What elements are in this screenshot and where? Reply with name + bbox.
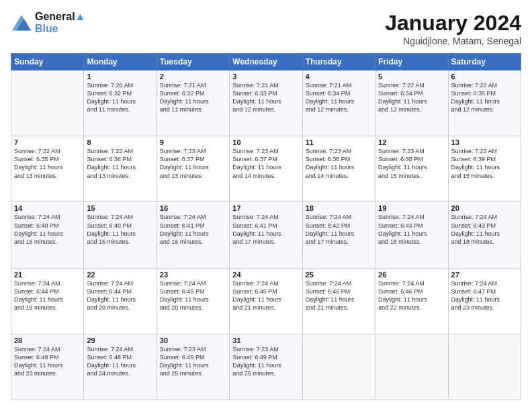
day-number: 2 [160,73,226,81]
calendar-header-row: SundayMondayTuesdayWednesdayThursdayFrid… [11,54,521,71]
day-info: Sunrise: 7:23 AM Sunset: 6:49 PM Dayligh… [232,345,299,378]
day-header-tuesday: Tuesday [157,54,229,71]
day-number: 16 [160,204,226,212]
location: Nguidjlone, Matam, Senegal [385,36,521,46]
calendar-cell: 12Sunrise: 7:23 AM Sunset: 6:38 PM Dayli… [375,136,448,202]
calendar-cell [11,71,84,136]
day-number: 21 [14,271,81,279]
day-number: 25 [306,271,372,279]
day-header-monday: Monday [84,54,157,71]
day-info: Sunrise: 7:24 AM Sunset: 6:45 PM Dayligh… [160,279,226,312]
day-header-sunday: Sunday [11,54,84,71]
day-info: Sunrise: 7:24 AM Sunset: 6:46 PM Dayligh… [378,279,445,312]
day-info: Sunrise: 7:24 AM Sunset: 6:43 PM Dayligh… [378,213,445,246]
day-number: 31 [232,336,299,345]
calendar-cell: 23Sunrise: 7:24 AM Sunset: 6:45 PM Dayli… [157,268,229,334]
day-info: Sunrise: 7:24 AM Sunset: 6:40 PM Dayligh… [14,213,81,246]
calendar-cell: 2Sunrise: 7:21 AM Sunset: 6:32 PM Daylig… [157,71,229,136]
day-number: 17 [232,204,299,212]
day-number: 24 [232,271,299,279]
day-number: 11 [306,138,372,146]
day-info: Sunrise: 7:22 AM Sunset: 6:35 PM Dayligh… [14,147,81,180]
day-info: Sunrise: 7:24 AM Sunset: 6:42 PM Dayligh… [306,213,372,246]
calendar-cell: 15Sunrise: 7:24 AM Sunset: 6:40 PM Dayli… [84,202,157,268]
calendar-cell: 9Sunrise: 7:23 AM Sunset: 6:37 PM Daylig… [157,136,229,202]
day-info: Sunrise: 7:23 AM Sunset: 6:49 PM Dayligh… [160,345,226,378]
calendar-cell: 30Sunrise: 7:23 AM Sunset: 6:49 PM Dayli… [157,334,229,400]
calendar-cell: 17Sunrise: 7:24 AM Sunset: 6:41 PM Dayli… [230,202,302,268]
day-info: Sunrise: 7:20 AM Sunset: 6:32 PM Dayligh… [87,81,153,114]
day-info: Sunrise: 7:22 AM Sunset: 6:34 PM Dayligh… [378,81,445,114]
page: General▲ Blue January 2024 Nguidjlone, M… [0,0,532,411]
logo: General▲ Blue [11,11,85,35]
day-info: Sunrise: 7:23 AM Sunset: 6:37 PM Dayligh… [160,147,226,180]
day-info: Sunrise: 7:22 AM Sunset: 6:36 PM Dayligh… [87,147,153,180]
calendar-cell: 6Sunrise: 7:22 AM Sunset: 6:35 PM Daylig… [448,71,521,136]
day-number: 8 [87,138,153,146]
day-number: 12 [378,138,445,146]
calendar-cell [375,334,448,400]
calendar-cell: 10Sunrise: 7:23 AM Sunset: 6:37 PM Dayli… [230,136,302,202]
day-info: Sunrise: 7:24 AM Sunset: 6:47 PM Dayligh… [451,279,518,312]
day-info: Sunrise: 7:24 AM Sunset: 6:48 PM Dayligh… [14,345,81,378]
calendar-cell: 28Sunrise: 7:24 AM Sunset: 6:48 PM Dayli… [11,334,84,400]
week-row-4: 21Sunrise: 7:24 AM Sunset: 6:44 PM Dayli… [11,268,521,334]
day-info: Sunrise: 7:24 AM Sunset: 6:41 PM Dayligh… [232,213,299,246]
day-number: 15 [87,204,153,212]
day-number: 6 [451,73,518,81]
week-row-3: 14Sunrise: 7:24 AM Sunset: 6:40 PM Dayli… [11,202,521,268]
day-number: 5 [378,73,445,81]
calendar-cell: 11Sunrise: 7:23 AM Sunset: 6:38 PM Dayli… [302,136,375,202]
calendar-cell [448,334,521,400]
calendar-cell: 19Sunrise: 7:24 AM Sunset: 6:43 PM Dayli… [375,202,448,268]
day-number: 27 [451,271,518,279]
calendar-cell: 26Sunrise: 7:24 AM Sunset: 6:46 PM Dayli… [375,268,448,334]
logo-icon [11,13,32,32]
day-number: 7 [14,138,81,146]
day-info: Sunrise: 7:21 AM Sunset: 6:32 PM Dayligh… [160,81,226,114]
calendar-cell: 13Sunrise: 7:23 AM Sunset: 6:39 PM Dayli… [448,136,521,202]
day-info: Sunrise: 7:21 AM Sunset: 6:34 PM Dayligh… [306,81,372,114]
calendar-cell: 4Sunrise: 7:21 AM Sunset: 6:34 PM Daylig… [302,71,375,136]
calendar-cell [302,334,375,400]
calendar-cell: 7Sunrise: 7:22 AM Sunset: 6:35 PM Daylig… [11,136,84,202]
day-info: Sunrise: 7:23 AM Sunset: 6:38 PM Dayligh… [378,147,445,180]
week-row-2: 7Sunrise: 7:22 AM Sunset: 6:35 PM Daylig… [11,136,521,202]
day-number: 4 [306,73,372,81]
day-info: Sunrise: 7:24 AM Sunset: 6:44 PM Dayligh… [14,279,81,312]
day-number: 23 [160,271,226,279]
day-number: 22 [87,271,153,279]
day-number: 14 [14,204,81,212]
calendar-cell: 1Sunrise: 7:20 AM Sunset: 6:32 PM Daylig… [84,71,157,136]
calendar-cell: 27Sunrise: 7:24 AM Sunset: 6:47 PM Dayli… [448,268,521,334]
day-info: Sunrise: 7:24 AM Sunset: 6:41 PM Dayligh… [160,213,226,246]
calendar-cell: 25Sunrise: 7:24 AM Sunset: 6:46 PM Dayli… [302,268,375,334]
day-number: 9 [160,138,226,146]
day-info: Sunrise: 7:22 AM Sunset: 6:35 PM Dayligh… [451,81,518,114]
day-info: Sunrise: 7:24 AM Sunset: 6:43 PM Dayligh… [451,213,518,246]
day-info: Sunrise: 7:23 AM Sunset: 6:38 PM Dayligh… [306,147,372,180]
day-number: 10 [232,138,299,146]
calendar-cell: 16Sunrise: 7:24 AM Sunset: 6:41 PM Dayli… [157,202,229,268]
calendar-cell: 24Sunrise: 7:24 AM Sunset: 6:45 PM Dayli… [230,268,302,334]
day-number: 19 [378,204,445,212]
day-info: Sunrise: 7:24 AM Sunset: 6:46 PM Dayligh… [306,279,372,312]
day-info: Sunrise: 7:23 AM Sunset: 6:37 PM Dayligh… [232,147,299,180]
day-number: 20 [451,204,518,212]
day-number: 26 [378,271,445,279]
calendar-table: SundayMondayTuesdayWednesdayThursdayFrid… [11,53,521,400]
day-number: 1 [87,73,153,81]
week-row-5: 28Sunrise: 7:24 AM Sunset: 6:48 PM Dayli… [11,334,521,400]
calendar-cell: 20Sunrise: 7:24 AM Sunset: 6:43 PM Dayli… [448,202,521,268]
day-info: Sunrise: 7:24 AM Sunset: 6:40 PM Dayligh… [87,213,153,246]
day-header-wednesday: Wednesday [230,54,302,71]
day-header-thursday: Thursday [302,54,375,71]
day-info: Sunrise: 7:21 AM Sunset: 6:33 PM Dayligh… [232,81,299,114]
day-number: 30 [160,336,226,345]
day-number: 29 [87,336,153,345]
calendar-cell: 8Sunrise: 7:22 AM Sunset: 6:36 PM Daylig… [84,136,157,202]
day-info: Sunrise: 7:24 AM Sunset: 6:48 PM Dayligh… [87,345,153,378]
calendar-cell: 14Sunrise: 7:24 AM Sunset: 6:40 PM Dayli… [11,202,84,268]
calendar-cell: 31Sunrise: 7:23 AM Sunset: 6:49 PM Dayli… [230,334,302,400]
day-number: 28 [14,336,81,345]
